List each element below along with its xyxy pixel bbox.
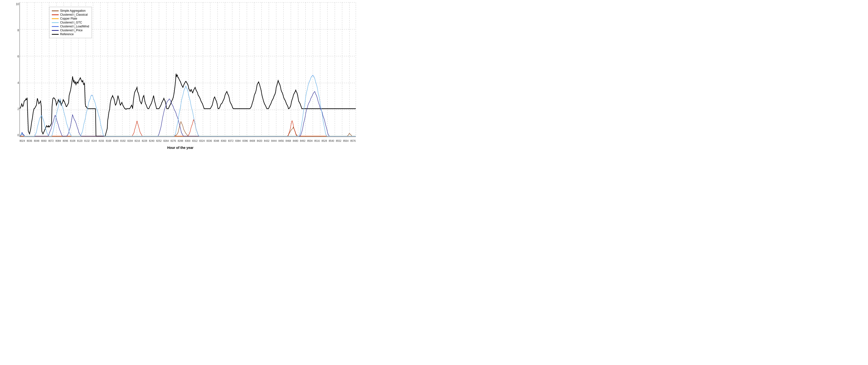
y-tick-0: 0	[17, 133, 19, 137]
legend-color-clustered-gtc	[52, 22, 59, 23]
legend-label-clustered-gtc: Clustered t_GTC	[60, 21, 82, 24]
legend-color-clustered-price	[52, 30, 59, 31]
y-tick-2: 2	[17, 107, 19, 111]
plot-area: Simple Aggregation Clustered t_Classical…	[20, 2, 356, 137]
legend-item-clustered-classical: Clustered t_Classical	[52, 13, 89, 17]
legend-label-simple-aggregation: Simple Aggregation	[60, 9, 86, 12]
legend-item-simple-aggregation: Simple Aggregation	[52, 9, 89, 12]
legend-item-clustered-gtc: Clustered t_GTC	[52, 21, 89, 24]
legend-item-reference: Reference	[52, 32, 89, 36]
chart-container: Curtailed power generation from offshore…	[0, 0, 361, 152]
legend-color-clustered-classical	[52, 14, 59, 15]
legend-item-clustered-loadwind: Clustered t_LoadWind	[52, 25, 89, 28]
y-tick-10: 10	[16, 2, 19, 6]
legend-color-clustered-loadwind	[52, 26, 59, 27]
x-axis-label: Hour of the year	[167, 146, 193, 150]
legend-label-clustered-price: Clustered t_Price	[60, 29, 83, 32]
y-tick-4: 4	[17, 81, 19, 85]
legend-item-copper-plate: Copper Plate	[52, 17, 89, 20]
legend-color-simple-aggregation	[52, 10, 59, 11]
y-tick-labels: 0 2 4 6 8 10	[12, 2, 19, 137]
legend-label-copper-plate: Copper Plate	[60, 17, 77, 20]
legend-color-reference	[52, 34, 59, 35]
legend-label-clustered-classical: Clustered t_Classical	[60, 13, 88, 17]
legend-label-reference: Reference	[60, 32, 73, 36]
y-tick-8: 8	[17, 29, 19, 32]
y-tick-6: 6	[17, 55, 19, 58]
legend-color-copper-plate	[52, 18, 59, 19]
legend-label-clustered-loadwind: Clustered t_LoadWind	[60, 25, 89, 28]
legend-item-clustered-price: Clustered t_Price	[52, 29, 89, 32]
x-tick-labels: 8024 8036 8048 8060 8072 8084 8096 8108 …	[20, 140, 356, 142]
legend: Simple Aggregation Clustered t_Classical…	[49, 7, 92, 38]
